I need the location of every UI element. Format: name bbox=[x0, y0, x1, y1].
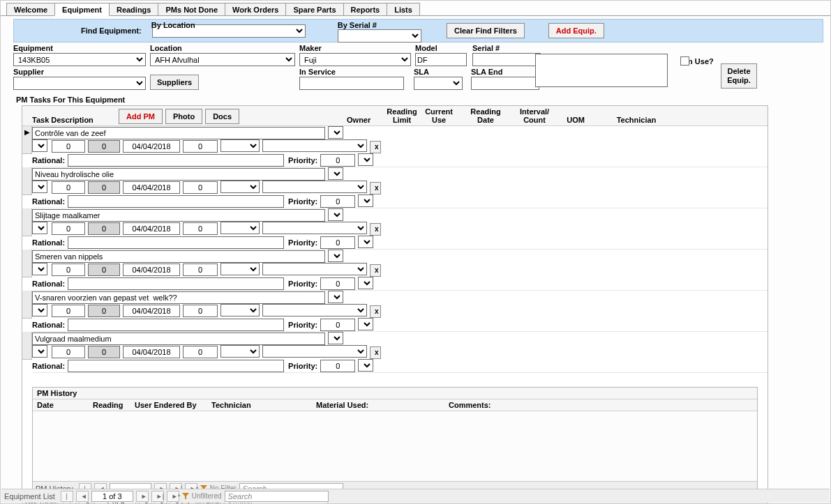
tab-spare-parts[interactable]: Spare Parts bbox=[285, 3, 343, 15]
description-textarea[interactable] bbox=[535, 54, 668, 87]
docs-button[interactable]: Docs bbox=[205, 109, 239, 124]
priority-input[interactable] bbox=[320, 360, 355, 372]
tab-welcome[interactable]: Welcome bbox=[6, 3, 55, 15]
task-description-input[interactable] bbox=[32, 168, 325, 181]
maker-select[interactable]: Fuji bbox=[299, 53, 411, 66]
priority-input[interactable] bbox=[320, 319, 355, 331]
technician-select[interactable] bbox=[262, 345, 367, 358]
uom-select[interactable] bbox=[220, 345, 260, 358]
task-owner-dropdown[interactable] bbox=[328, 126, 343, 139]
priority-select[interactable] bbox=[358, 359, 373, 372]
current-use-input[interactable] bbox=[88, 264, 120, 276]
task-owner-dropdown[interactable] bbox=[328, 291, 343, 303]
tab-equipment[interactable]: Equipment bbox=[54, 3, 110, 16]
delete-row-button[interactable]: x bbox=[370, 141, 381, 153]
reading-limit-input[interactable] bbox=[52, 346, 85, 358]
tab-pms-not-done[interactable]: PMs Not Done bbox=[158, 3, 225, 15]
add-pm-button[interactable]: Add PM bbox=[119, 109, 163, 124]
inservice-input[interactable] bbox=[299, 77, 404, 90]
uom-select[interactable] bbox=[220, 263, 260, 275]
reading-date-input[interactable] bbox=[123, 222, 180, 235]
sla-end-input[interactable] bbox=[471, 77, 539, 90]
priority-select[interactable] bbox=[358, 277, 373, 289]
task-description-input[interactable] bbox=[32, 291, 325, 304]
rational-input[interactable] bbox=[68, 236, 284, 249]
reading-date-input[interactable] bbox=[123, 305, 180, 317]
task-owner-dropdown[interactable] bbox=[328, 332, 343, 344]
by-serial-select[interactable] bbox=[338, 29, 421, 43]
task-owner-dropdown[interactable] bbox=[328, 208, 343, 221]
priority-select[interactable] bbox=[358, 194, 373, 207]
current-use-input[interactable] bbox=[88, 305, 120, 317]
reading-limit-input[interactable] bbox=[52, 181, 85, 194]
interval-input[interactable] bbox=[183, 264, 218, 276]
reading-limit-input[interactable] bbox=[52, 140, 85, 153]
supplier-select[interactable] bbox=[13, 77, 146, 90]
task-description-input[interactable] bbox=[32, 209, 325, 222]
equipment-select[interactable]: 143KB05 bbox=[13, 53, 146, 66]
current-use-input[interactable] bbox=[88, 346, 120, 358]
reading-date-input[interactable] bbox=[123, 140, 180, 153]
reading-limit-input[interactable] bbox=[52, 222, 85, 235]
rational-input[interactable] bbox=[68, 360, 284, 372]
sla-select[interactable] bbox=[414, 77, 463, 90]
current-use-input[interactable] bbox=[88, 222, 120, 235]
owner-select[interactable] bbox=[32, 181, 47, 193]
interval-input[interactable] bbox=[183, 305, 218, 317]
owner-select[interactable] bbox=[32, 345, 47, 358]
nav-search-input[interactable] bbox=[225, 491, 329, 502]
suppliers-button[interactable]: Suppliers bbox=[150, 75, 199, 90]
interval-input[interactable] bbox=[183, 222, 218, 235]
delete-row-button[interactable]: x bbox=[370, 305, 381, 318]
serial-input[interactable] bbox=[472, 53, 541, 66]
rational-input[interactable] bbox=[68, 319, 284, 331]
owner-select[interactable] bbox=[32, 139, 47, 152]
reading-date-input[interactable] bbox=[123, 181, 180, 194]
technician-select[interactable] bbox=[262, 139, 367, 152]
delete-row-button[interactable]: x bbox=[370, 264, 381, 277]
row-selector[interactable] bbox=[22, 250, 32, 277]
owner-select[interactable] bbox=[32, 304, 47, 316]
model-input[interactable] bbox=[415, 53, 467, 66]
nav-prev-button[interactable]: ◄ bbox=[76, 491, 89, 502]
current-use-input[interactable] bbox=[88, 181, 120, 194]
tab-reports[interactable]: Reports bbox=[343, 3, 388, 15]
tab-readings[interactable]: Readings bbox=[109, 3, 159, 15]
row-selector[interactable] bbox=[22, 332, 32, 360]
technician-select[interactable] bbox=[262, 181, 367, 193]
task-owner-dropdown[interactable] bbox=[328, 167, 343, 180]
uom-select[interactable] bbox=[220, 222, 260, 234]
reading-date-input[interactable] bbox=[123, 264, 180, 276]
priority-input[interactable] bbox=[320, 277, 355, 290]
interval-input[interactable] bbox=[183, 346, 218, 358]
uom-select[interactable] bbox=[220, 181, 260, 193]
row-selector[interactable] bbox=[22, 208, 32, 236]
tab-lists[interactable]: Lists bbox=[387, 3, 420, 15]
interval-input[interactable] bbox=[183, 140, 218, 153]
task-description-input[interactable] bbox=[32, 127, 325, 139]
interval-input[interactable] bbox=[183, 181, 218, 194]
delete-equip-button[interactable]: Delete Equip. bbox=[721, 63, 757, 89]
owner-select[interactable] bbox=[32, 222, 47, 234]
row-selector[interactable]: ▶ bbox=[22, 126, 32, 154]
priority-select[interactable] bbox=[358, 318, 373, 330]
nav-last-button[interactable]: ►| bbox=[151, 491, 164, 502]
rational-input[interactable] bbox=[68, 277, 284, 290]
row-selector[interactable] bbox=[22, 291, 32, 319]
delete-row-button[interactable]: x bbox=[370, 346, 381, 359]
nav-next-button[interactable]: ► bbox=[136, 491, 149, 502]
reading-limit-input[interactable] bbox=[52, 264, 85, 276]
nav-first-button[interactable]: |◄ bbox=[61, 491, 73, 502]
uom-select[interactable] bbox=[220, 304, 260, 316]
task-description-input[interactable] bbox=[32, 250, 325, 263]
clear-find-filters-button[interactable]: Clear Find Filters bbox=[447, 23, 525, 38]
inuse-checkbox[interactable] bbox=[680, 56, 689, 66]
nav-pos-input[interactable] bbox=[91, 491, 133, 502]
add-equip-button[interactable]: Add Equip. bbox=[548, 23, 604, 38]
priority-input[interactable] bbox=[320, 236, 355, 249]
rational-input[interactable] bbox=[68, 195, 284, 208]
delete-row-button[interactable]: x bbox=[370, 223, 381, 236]
priority-input[interactable] bbox=[320, 195, 355, 208]
priority-select[interactable] bbox=[358, 236, 373, 248]
owner-select[interactable] bbox=[32, 263, 47, 275]
